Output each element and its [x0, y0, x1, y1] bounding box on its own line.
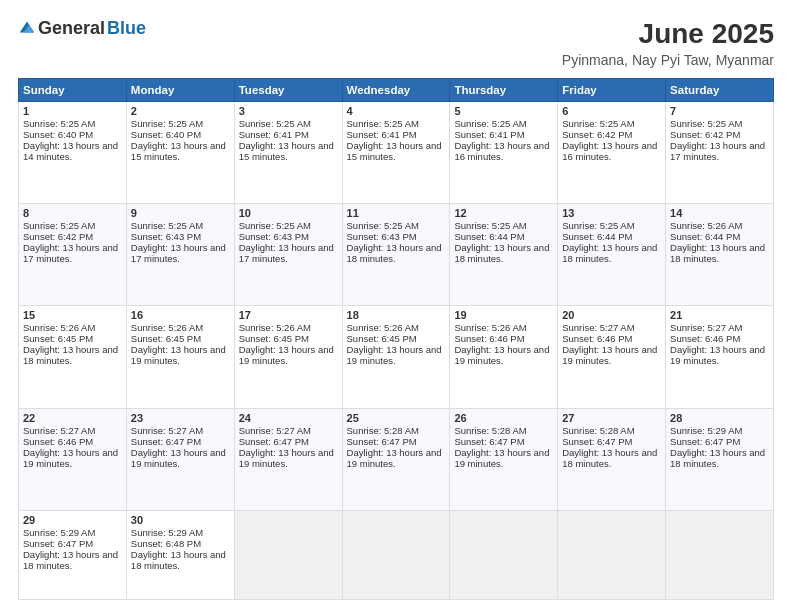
empty-cell — [666, 510, 774, 599]
col-wednesday: Wednesday — [342, 79, 450, 102]
day-cell-30: 30 Sunrise: 5:29 AMSunset: 6:48 PMDaylig… — [126, 510, 234, 599]
day-cell-3: 3Sunrise: 5:25 AMSunset: 6:41 PMDaylight… — [234, 102, 342, 204]
week-row-0: 1Sunrise: 5:25 AMSunset: 6:40 PMDaylight… — [19, 102, 774, 204]
day-cell-6: 6Sunrise: 5:25 AMSunset: 6:42 PMDaylight… — [558, 102, 666, 204]
week-row-4: 22 Sunrise: 5:27 AMSunset: 6:46 PMDaylig… — [19, 408, 774, 510]
day-cell-11: 11 Sunrise: 5:25 AMSunset: 6:43 PMDaylig… — [342, 204, 450, 306]
day-cell-12: 12 Sunrise: 5:25 AMSunset: 6:44 PMDaylig… — [450, 204, 558, 306]
day-number: 9 — [131, 207, 230, 219]
empty-cell — [342, 510, 450, 599]
day-number: 8 — [23, 207, 122, 219]
day-cell-25: 25 Sunrise: 5:28 AMSunset: 6:47 PMDaylig… — [342, 408, 450, 510]
day-cell-17: 17 Sunrise: 5:26 AMSunset: 6:45 PMDaylig… — [234, 306, 342, 408]
day-number: 1 — [23, 105, 122, 117]
week-row-2: 8 Sunrise: 5:25 AMSunset: 6:42 PMDayligh… — [19, 204, 774, 306]
col-tuesday: Tuesday — [234, 79, 342, 102]
day-cell-28: 28 Sunrise: 5:29 AMSunset: 6:47 PMDaylig… — [666, 408, 774, 510]
day-number: 29 — [23, 514, 122, 526]
calendar-header-row: Sunday Monday Tuesday Wednesday Thursday… — [19, 79, 774, 102]
day-number: 5 — [454, 105, 553, 117]
day-cell-19: 19 Sunrise: 5:26 AMSunset: 6:46 PMDaylig… — [450, 306, 558, 408]
day-number: 17 — [239, 309, 338, 321]
day-number: 10 — [239, 207, 338, 219]
col-sunday: Sunday — [19, 79, 127, 102]
day-number: 14 — [670, 207, 769, 219]
day-number: 20 — [562, 309, 661, 321]
day-cell-15: 15 Sunrise: 5:26 AMSunset: 6:45 PMDaylig… — [19, 306, 127, 408]
logo-blue: Blue — [107, 18, 146, 39]
location: Pyinmana, Nay Pyi Taw, Myanmar — [562, 52, 774, 68]
day-cell-9: 9 Sunrise: 5:25 AMSunset: 6:43 PMDayligh… — [126, 204, 234, 306]
day-number: 18 — [347, 309, 446, 321]
empty-cell — [558, 510, 666, 599]
day-number: 22 — [23, 412, 122, 424]
day-cell-23: 23 Sunrise: 5:27 AMSunset: 6:47 PMDaylig… — [126, 408, 234, 510]
day-cell-27: 27 Sunrise: 5:28 AMSunset: 6:47 PMDaylig… — [558, 408, 666, 510]
day-number: 3 — [239, 105, 338, 117]
day-number: 6 — [562, 105, 661, 117]
week-row-5: 29 Sunrise: 5:29 AMSunset: 6:47 PMDaylig… — [19, 510, 774, 599]
day-cell-21: 21 Sunrise: 5:27 AMSunset: 6:46 PMDaylig… — [666, 306, 774, 408]
day-cell-8: 8 Sunrise: 5:25 AMSunset: 6:42 PMDayligh… — [19, 204, 127, 306]
day-number: 2 — [131, 105, 230, 117]
empty-cell — [450, 510, 558, 599]
day-cell-16: 16 Sunrise: 5:26 AMSunset: 6:45 PMDaylig… — [126, 306, 234, 408]
header: GeneralBlue June 2025 Pyinmana, Nay Pyi … — [18, 18, 774, 68]
day-number: 11 — [347, 207, 446, 219]
day-number: 21 — [670, 309, 769, 321]
day-number: 30 — [131, 514, 230, 526]
day-cell-29: 29 Sunrise: 5:29 AMSunset: 6:47 PMDaylig… — [19, 510, 127, 599]
calendar-table: Sunday Monday Tuesday Wednesday Thursday… — [18, 78, 774, 600]
day-cell-22: 22 Sunrise: 5:27 AMSunset: 6:46 PMDaylig… — [19, 408, 127, 510]
day-cell-2: 2Sunrise: 5:25 AMSunset: 6:40 PMDaylight… — [126, 102, 234, 204]
week-row-3: 15 Sunrise: 5:26 AMSunset: 6:45 PMDaylig… — [19, 306, 774, 408]
empty-cell — [234, 510, 342, 599]
day-number: 19 — [454, 309, 553, 321]
day-number: 15 — [23, 309, 122, 321]
page: GeneralBlue June 2025 Pyinmana, Nay Pyi … — [0, 0, 792, 612]
day-number: 25 — [347, 412, 446, 424]
day-number: 13 — [562, 207, 661, 219]
day-number: 4 — [347, 105, 446, 117]
col-thursday: Thursday — [450, 79, 558, 102]
day-cell-20: 20 Sunrise: 5:27 AMSunset: 6:46 PMDaylig… — [558, 306, 666, 408]
logo-general: General — [38, 18, 105, 39]
col-monday: Monday — [126, 79, 234, 102]
day-cell-5: 5Sunrise: 5:25 AMSunset: 6:41 PMDaylight… — [450, 102, 558, 204]
day-cell-4: 4Sunrise: 5:25 AMSunset: 6:41 PMDaylight… — [342, 102, 450, 204]
day-number: 27 — [562, 412, 661, 424]
day-cell-26: 26 Sunrise: 5:28 AMSunset: 6:47 PMDaylig… — [450, 408, 558, 510]
day-cell-1: 1Sunrise: 5:25 AMSunset: 6:40 PMDaylight… — [19, 102, 127, 204]
day-cell-13: 13 Sunrise: 5:25 AMSunset: 6:44 PMDaylig… — [558, 204, 666, 306]
col-saturday: Saturday — [666, 79, 774, 102]
day-number: 23 — [131, 412, 230, 424]
day-number: 7 — [670, 105, 769, 117]
month-title: June 2025 — [562, 18, 774, 50]
day-cell-14: 14 Sunrise: 5:26 AMSunset: 6:44 PMDaylig… — [666, 204, 774, 306]
day-number: 24 — [239, 412, 338, 424]
day-number: 28 — [670, 412, 769, 424]
day-cell-24: 24 Sunrise: 5:27 AMSunset: 6:47 PMDaylig… — [234, 408, 342, 510]
day-number: 16 — [131, 309, 230, 321]
day-number: 26 — [454, 412, 553, 424]
logo-icon — [18, 18, 36, 36]
col-friday: Friday — [558, 79, 666, 102]
title-block: June 2025 Pyinmana, Nay Pyi Taw, Myanmar — [562, 18, 774, 68]
day-number: 12 — [454, 207, 553, 219]
logo: GeneralBlue — [18, 18, 146, 39]
day-cell-7: 7Sunrise: 5:25 AMSunset: 6:42 PMDaylight… — [666, 102, 774, 204]
day-cell-18: 18 Sunrise: 5:26 AMSunset: 6:45 PMDaylig… — [342, 306, 450, 408]
day-cell-10: 10 Sunrise: 5:25 AMSunset: 6:43 PMDaylig… — [234, 204, 342, 306]
